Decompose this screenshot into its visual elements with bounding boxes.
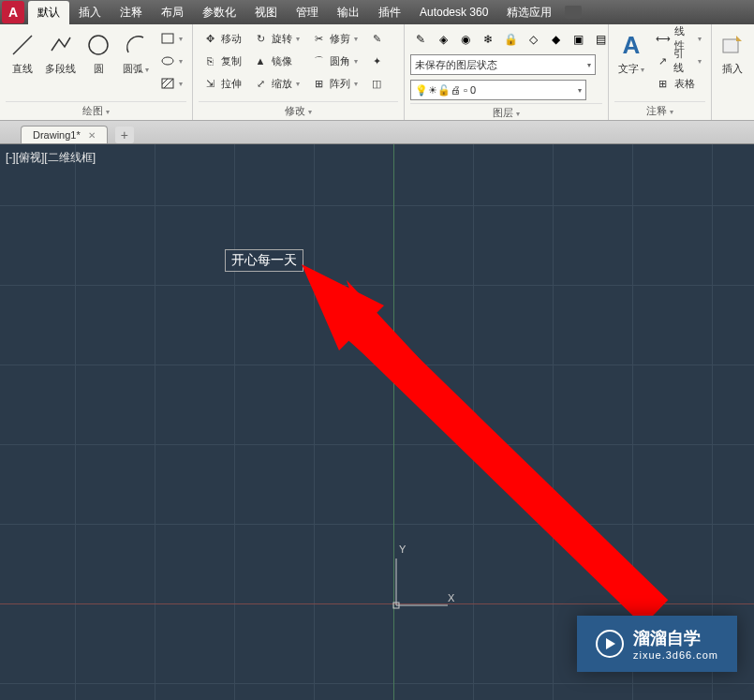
panel-annotation: A 文字 ⟷线性 ↗引线 ⊞表格 注释 — [609, 24, 712, 120]
svg-point-3 — [162, 57, 173, 65]
view-controls-label[interactable]: [-][俯视][二维线框] — [6, 150, 96, 166]
layer-btn6-icon[interactable]: ◇ — [523, 29, 543, 50]
panel-insert: 插入 — [712, 24, 751, 120]
tab-plugins[interactable]: 插件 — [369, 1, 410, 24]
tool-rotate[interactable]: ↻旋转 — [249, 28, 303, 49]
tool-polyline[interactable]: 多段线 — [43, 28, 78, 78]
tool-ellipse[interactable] — [156, 51, 186, 71]
layer-lock-icon[interactable]: 🔒 — [500, 29, 521, 50]
tool-rect[interactable] — [156, 28, 186, 49]
layer-freeze-icon[interactable]: ❄ — [478, 29, 498, 50]
watermark-url: zixue.3d66.com — [633, 649, 718, 661]
svg-line-6 — [164, 79, 173, 88]
tool-mirror[interactable]: ▲镜像 — [249, 51, 303, 71]
tool-text[interactable]: A 文字 — [614, 28, 648, 78]
drawing-area[interactable]: [-][俯视][二维线框] 开心每一天 Y X 溜溜自学 — [0, 144, 754, 700]
menubar: A 默认 插入 注释 布局 参数化 视图 管理 输出 插件 Autodesk 3… — [0, 0, 754, 24]
ribbon: 直线 多段线 圆 圆弧 绘图 ✥移动 — [0, 24, 754, 121]
watermark: 溜溜自学 zixue.3d66.com — [577, 616, 737, 672]
tab-insert[interactable]: 插入 — [69, 1, 111, 24]
new-tab-button[interactable]: + — [115, 127, 134, 143]
ucs-icon[interactable] — [392, 549, 457, 618]
layer-iso-icon[interactable]: ◉ — [455, 29, 476, 50]
close-icon[interactable]: ✕ — [88, 130, 96, 141]
svg-marker-11 — [309, 271, 656, 613]
panel-modify-title[interactable]: 修改 — [199, 101, 398, 120]
panel-draw-title[interactable]: 绘图 — [6, 101, 186, 120]
tool-leader[interactable]: ↗引线 — [652, 51, 705, 71]
x-axis — [0, 603, 754, 604]
tab-featured[interactable]: 精选应用 — [497, 1, 561, 24]
tool-erase[interactable]: ✎ — [365, 28, 388, 49]
panel-draw: 直线 多段线 圆 圆弧 绘图 — [0, 24, 193, 120]
tool-hatch[interactable] — [156, 73, 186, 94]
layer-state-dropdown[interactable]: 未保存的图层状态▾ — [410, 54, 596, 75]
tab-output[interactable]: 输出 — [328, 1, 369, 24]
layer-current-dropdown[interactable]: 💡☀🔓🖨 ▫ 0▾ — [410, 80, 586, 100]
tool-move[interactable]: ✥移动 — [199, 28, 245, 49]
tab-annotate[interactable]: 注释 — [111, 1, 152, 24]
svg-rect-2 — [162, 34, 173, 43]
tool-stretch[interactable]: ⇲拉伸 — [199, 73, 245, 94]
svg-line-0 — [13, 36, 32, 54]
tab-default[interactable]: 默认 — [28, 1, 69, 24]
text-entity[interactable]: 开心每一天 — [225, 249, 303, 272]
tool-insert-block[interactable]: 插入 — [717, 28, 747, 78]
tab-autodesk360[interactable]: Autodesk 360 — [410, 2, 497, 22]
layer-btn7-icon[interactable]: ◆ — [545, 29, 566, 50]
tool-scale[interactable]: ⤢缩放 — [249, 73, 303, 94]
panel-layer: ✎ ◈ ◉ ❄ 🔒 ◇ ◆ ▣ ▤ 未保存的图层状态▾ 💡☀🔓🖨 ▫ 0▾ 图层 — [405, 24, 609, 120]
tool-table[interactable]: ⊞表格 — [652, 73, 705, 94]
layer-prop-icon[interactable]: ✎ — [410, 29, 431, 50]
tool-circle[interactable]: 圆 — [81, 28, 115, 78]
ucs-x-label: X — [448, 592, 454, 603]
svg-rect-7 — [723, 39, 738, 52]
play-icon — [596, 630, 624, 658]
panel-annotation-title[interactable]: 注释 — [614, 101, 705, 120]
layer-btn8-icon[interactable]: ▣ — [568, 29, 588, 50]
tool-array[interactable]: ⊞阵列 — [307, 73, 362, 94]
panel-layer-title[interactable]: 图层 — [410, 103, 602, 122]
file-tabbar: Drawing1* ✕ + — [0, 121, 754, 144]
tool-fillet[interactable]: ⌒圆角 — [307, 51, 362, 71]
tab-manage[interactable]: 管理 — [287, 1, 328, 24]
tool-explode[interactable]: ✦ — [365, 51, 388, 71]
layer-btn9-icon[interactable]: ▤ — [590, 29, 611, 50]
tab-view[interactable]: 视图 — [245, 1, 287, 24]
tool-line[interactable]: 直线 — [6, 28, 39, 78]
layer-states-icon[interactable]: ◈ — [433, 29, 453, 50]
tab-parametric[interactable]: 参数化 — [193, 1, 245, 24]
app-icon[interactable]: A — [2, 1, 24, 23]
tool-copy[interactable]: ⎘复制 — [199, 51, 245, 71]
svg-point-1 — [89, 36, 108, 54]
panel-modify: ✥移动 ⎘复制 ⇲拉伸 ↻旋转 ▲镜像 ⤢缩放 ✂修剪 ⌒圆角 ⊞阵列 ✎ ✦ … — [193, 24, 405, 120]
tool-arc[interactable]: 圆弧 — [119, 28, 153, 78]
tool-offset[interactable]: ◫ — [365, 73, 388, 94]
tool-linear[interactable]: ⟷线性 — [652, 28, 705, 49]
ribbon-options-icon[interactable] — [565, 6, 582, 19]
file-tab-drawing1[interactable]: Drawing1* ✕ — [21, 126, 108, 143]
tool-trim[interactable]: ✂修剪 — [307, 28, 362, 49]
watermark-title: 溜溜自学 — [633, 627, 718, 649]
tab-layout[interactable]: 布局 — [152, 1, 193, 24]
svg-line-5 — [162, 79, 168, 84]
ucs-y-label: Y — [399, 544, 406, 555]
